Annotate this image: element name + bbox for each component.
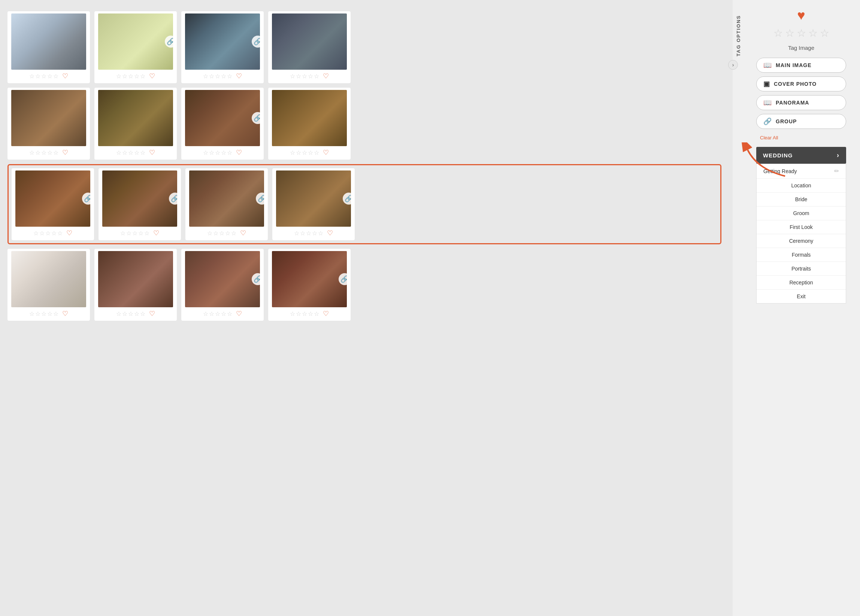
photo-thumbnail[interactable]: [272, 90, 347, 146]
photo-cell[interactable]: ☆ ☆ ☆ ☆ ☆ ♡: [268, 11, 351, 83]
star-rating[interactable]: ☆ ☆ ☆ ☆ ☆: [33, 230, 63, 237]
wedding-item-formals[interactable]: Formals: [756, 248, 846, 262]
sidebar-star-4[interactable]: ☆: [808, 27, 818, 39]
star-4[interactable]: ☆: [47, 73, 52, 80]
sidebar-star-5[interactable]: ☆: [820, 27, 829, 39]
favorite-heart[interactable]: ♡: [149, 148, 155, 157]
wedding-item-getting-ready[interactable]: Getting Ready ✏: [756, 164, 846, 179]
star-rating[interactable]: ☆ ☆ ☆ ☆ ☆: [29, 73, 58, 80]
star-rating[interactable]: ☆ ☆ ☆ ☆ ☆: [294, 230, 323, 237]
wedding-item-portraits[interactable]: Portraits: [756, 262, 846, 276]
photo-thumbnail[interactable]: [11, 90, 86, 146]
star-rating[interactable]: ☆ ☆ ☆ ☆ ☆: [207, 230, 236, 237]
photo-thumbnail[interactable]: 🔗: [185, 251, 260, 307]
wedding-item-reception[interactable]: Reception: [756, 276, 846, 290]
sidebar-toggle-button[interactable]: ›: [728, 60, 738, 70]
photo-thumbnail[interactable]: 🔗: [15, 170, 90, 227]
favorite-heart[interactable]: ♡: [236, 148, 242, 157]
favorite-heart[interactable]: ♡: [323, 72, 329, 80]
wedding-item-location[interactable]: Location: [756, 179, 846, 193]
sidebar-star-1[interactable]: ☆: [774, 27, 783, 39]
sidebar-star-2[interactable]: ☆: [785, 27, 794, 39]
favorite-heart[interactable]: ♡: [240, 229, 246, 237]
photo-cell[interactable]: 🔗 ☆ ☆ ☆ ☆ ☆ ♡: [181, 88, 264, 160]
star-rating[interactable]: ☆ ☆ ☆ ☆ ☆: [29, 149, 58, 156]
link-icon[interactable]: 🔗: [252, 112, 260, 124]
photo-cell[interactable]: 🔗 ☆ ☆ ☆ ☆ ☆ ♡: [185, 168, 268, 240]
star-rating[interactable]: ☆ ☆ ☆ ☆ ☆: [29, 310, 58, 317]
photo-cell[interactable]: ☆ ☆ ☆ ☆ ☆ ♡: [8, 249, 90, 321]
photo-thumbnail[interactable]: 🔗: [272, 251, 347, 307]
favorite-heart[interactable]: ♡: [327, 229, 333, 237]
favorite-heart[interactable]: ♡: [236, 72, 242, 80]
star-rating[interactable]: ☆ ☆ ☆ ☆ ☆: [203, 310, 232, 317]
photo-cell[interactable]: 🔗 ☆ ☆ ☆ ☆ ☆ ♡: [99, 168, 181, 240]
favorite-heart[interactable]: ♡: [62, 310, 68, 318]
cover-photo-button[interactable]: ▣ COVER PHOTO: [756, 77, 846, 91]
link-icon[interactable]: 🔗: [82, 193, 90, 204]
group-button[interactable]: 🔗 GROUP: [756, 114, 846, 129]
photo-cell[interactable]: ☆ ☆ ☆ ☆ ☆ ♡: [268, 88, 351, 160]
favorite-heart[interactable]: ♡: [149, 310, 155, 318]
link-icon[interactable]: 🔗: [252, 36, 260, 47]
link-icon[interactable]: 🔗: [339, 273, 347, 285]
star-rating[interactable]: ☆ ☆ ☆ ☆ ☆: [203, 73, 232, 80]
photo-cell[interactable]: 🔗 ☆ ☆ ☆ ☆ ☆ ♡: [272, 168, 355, 240]
star-rating[interactable]: ☆ ☆ ☆ ☆ ☆: [116, 310, 145, 317]
panorama-button[interactable]: 📖 PANORAMA: [756, 95, 846, 110]
favorite-heart[interactable]: ♡: [62, 148, 68, 157]
photo-cell[interactable]: ☆ ☆ ☆ ☆ ☆ ♡: [8, 88, 90, 160]
favorite-heart[interactable]: ♡: [153, 229, 159, 237]
photo-thumbnail[interactable]: 🔗: [276, 170, 351, 227]
photo-cell[interactable]: 🔗 ☆ ☆ ☆ ☆ ☆ ♡: [181, 11, 264, 83]
favorite-heart[interactable]: ♡: [149, 72, 155, 80]
wedding-item-ceremony[interactable]: Ceremony: [756, 234, 846, 248]
star-rating[interactable]: ☆ ☆ ☆ ☆ ☆: [116, 73, 145, 80]
photo-thumbnail[interactable]: [98, 251, 173, 307]
photo-cell[interactable]: 🔗 ☆ ☆ ☆ ☆ ☆ ♡: [268, 249, 351, 321]
clear-all-button[interactable]: Clear All: [760, 135, 778, 140]
photo-thumbnail[interactable]: 🔗: [102, 170, 177, 227]
link-icon[interactable]: 🔗: [343, 193, 351, 204]
sidebar-star-3[interactable]: ☆: [797, 27, 806, 39]
star-rating[interactable]: ☆ ☆ ☆ ☆ ☆: [290, 149, 319, 156]
sidebar-heart-icon[interactable]: ♥: [797, 8, 805, 23]
star-rating[interactable]: ☆ ☆ ☆ ☆ ☆: [290, 73, 319, 80]
photo-cell[interactable]: ☆ ☆ ☆ ☆ ☆ ♡: [94, 88, 177, 160]
photo-thumbnail[interactable]: [11, 14, 86, 70]
favorite-heart[interactable]: ♡: [323, 148, 329, 157]
photo-cell[interactable]: ☆ ☆ ☆ ☆ ☆ ♡: [94, 249, 177, 321]
link-icon[interactable]: 🔗: [256, 193, 264, 204]
edit-icon[interactable]: ✏: [834, 168, 839, 174]
wedding-item-exit[interactable]: Exit: [756, 290, 846, 303]
photo-cell[interactable]: ☆ ☆ ☆ ☆ ☆ ♡: [8, 11, 90, 83]
photo-thumbnail[interactable]: 🔗: [98, 14, 173, 70]
photo-thumbnail[interactable]: [11, 251, 86, 307]
star-3[interactable]: ☆: [41, 73, 46, 80]
star-rating[interactable]: ☆ ☆ ☆ ☆ ☆: [290, 310, 319, 317]
wedding-item-bride[interactable]: Bride: [756, 193, 846, 206]
photo-cell[interactable]: 🔗 ☆ ☆ ☆ ☆ ☆ ♡: [12, 168, 94, 240]
sidebar-star-rating[interactable]: ☆ ☆ ☆ ☆ ☆: [774, 27, 829, 39]
star-2[interactable]: ☆: [35, 73, 41, 80]
star-rating[interactable]: ☆ ☆ ☆ ☆ ☆: [120, 230, 149, 237]
favorite-heart[interactable]: ♡: [62, 72, 68, 80]
wedding-header[interactable]: WEDDING ›: [756, 147, 846, 164]
star-5[interactable]: ☆: [53, 73, 58, 80]
star-rating[interactable]: ☆ ☆ ☆ ☆ ☆: [203, 149, 232, 156]
photo-cell[interactable]: 🔗 ☆ ☆ ☆ ☆ ☆ ♡: [94, 11, 177, 83]
wedding-item-first-look[interactable]: First Look: [756, 220, 846, 234]
photo-cell[interactable]: 🔗 ☆ ☆ ☆ ☆ ☆ ♡: [181, 249, 264, 321]
photo-thumbnail[interactable]: 🔗: [185, 90, 260, 146]
photo-thumbnail[interactable]: [98, 90, 173, 146]
wedding-item-groom[interactable]: Groom: [756, 206, 846, 220]
link-icon[interactable]: 🔗: [169, 193, 177, 204]
photo-thumbnail[interactable]: [272, 14, 347, 70]
main-image-button[interactable]: 📖 MAIN IMAGE: [756, 58, 846, 73]
favorite-heart[interactable]: ♡: [66, 229, 72, 237]
star-1[interactable]: ☆: [29, 73, 35, 80]
link-icon[interactable]: 🔗: [165, 36, 173, 47]
favorite-heart[interactable]: ♡: [323, 310, 329, 318]
photo-thumbnail[interactable]: 🔗: [185, 14, 260, 70]
link-icon[interactable]: 🔗: [252, 273, 260, 285]
